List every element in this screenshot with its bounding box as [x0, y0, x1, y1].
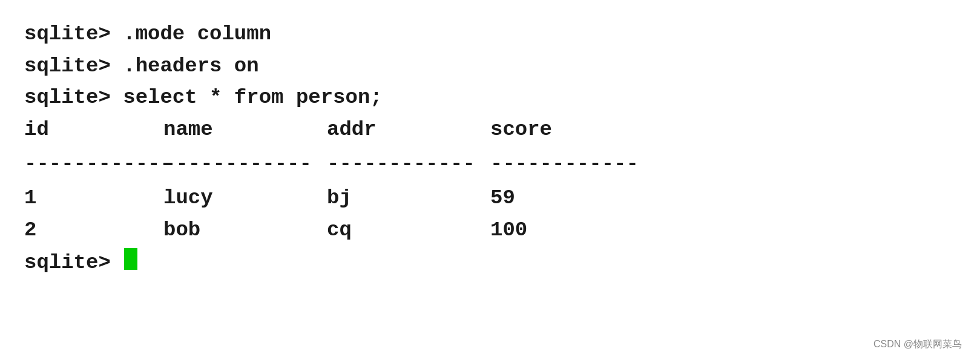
cell-name-1: lucy — [163, 182, 327, 214]
header-score: score — [490, 114, 552, 146]
header-addr: addr — [327, 114, 490, 146]
command-line-3: sqlite> select * from person; — [24, 82, 956, 114]
data-row-2: 2bobcq100 — [24, 214, 956, 246]
final-prompt-line[interactable]: sqlite> — [24, 246, 956, 279]
cell-name-2: bob — [163, 214, 327, 246]
sep-id: ------------ — [24, 148, 163, 180]
separator-row: ----------------------------------------… — [24, 148, 956, 180]
terminal-cursor — [124, 248, 137, 270]
header-id: id — [24, 114, 163, 146]
watermark: CSDN @物联网菜鸟 — [873, 337, 962, 352]
header-row: idnameaddrscore — [24, 114, 956, 146]
header-name: name — [163, 114, 327, 146]
prompt-3: sqlite> — [24, 82, 123, 114]
command-text-2: .headers on — [123, 50, 258, 82]
terminal-window: sqlite> .mode column sqlite> .headers on… — [0, 0, 980, 363]
prompt-2: sqlite> — [24, 50, 123, 82]
command-text-3: select * from person; — [123, 82, 382, 114]
cell-id-1: 1 — [24, 182, 163, 214]
cell-addr-1: bj — [327, 182, 490, 214]
cell-score-1: 59 — [490, 182, 515, 214]
sep-name: ------------ — [163, 148, 327, 180]
command-line-1: sqlite> .mode column — [24, 18, 956, 50]
data-row-1: 1lucybj59 — [24, 182, 956, 214]
cell-id-2: 2 — [24, 214, 163, 246]
cell-addr-2: cq — [327, 214, 490, 246]
command-text-1: .mode column — [123, 18, 271, 50]
sep-addr: ------------ — [327, 148, 490, 180]
command-line-2: sqlite> .headers on — [24, 50, 956, 82]
prompt-1: sqlite> — [24, 18, 123, 50]
final-prompt: sqlite> — [24, 247, 123, 279]
sep-score: ------------ — [490, 148, 639, 180]
cell-score-2: 100 — [490, 214, 527, 246]
